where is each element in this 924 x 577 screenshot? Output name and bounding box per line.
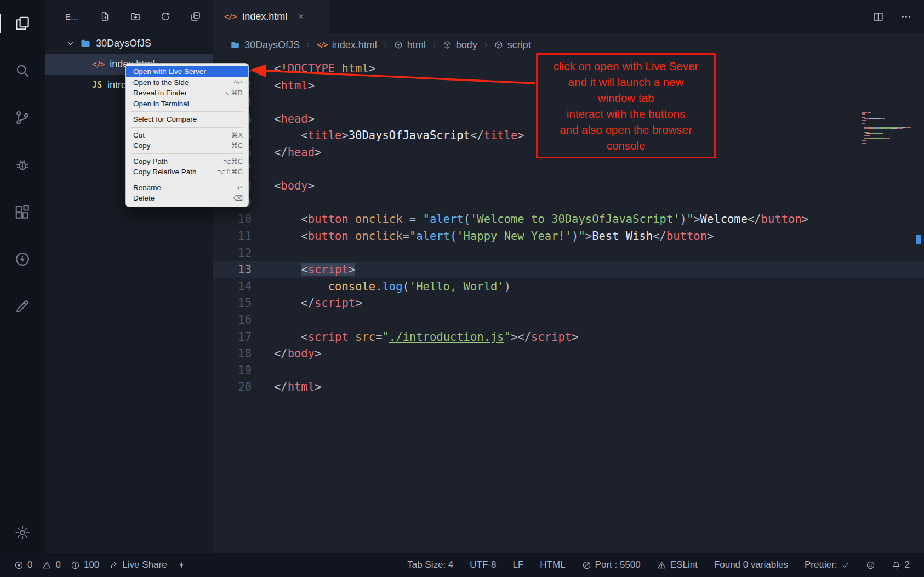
activity-feedback-pen[interactable] (10, 294, 35, 319)
status-eslint[interactable]: ESLint (657, 559, 698, 570)
breadcrumb-item-html[interactable]: html (394, 39, 426, 51)
status-prettier[interactable]: Prettier: (805, 559, 849, 570)
breadcrumb-label: body (456, 39, 477, 51)
warning-triangle-icon (657, 561, 666, 570)
menu-item-rename[interactable]: Rename↩ (126, 182, 248, 193)
status-label: Prettier: (805, 559, 837, 570)
activity-extensions[interactable] (10, 199, 35, 225)
code-line-10[interactable]: 10 <button onclick = "alert('Welcome to … (213, 211, 924, 228)
breadcrumb-item-30daysofjs[interactable]: 30DaysOfJS (230, 39, 300, 51)
status-bar: 00100Live Share Tab Size: 4UTF-8LFHTMLPo… (0, 553, 924, 577)
code-text (252, 94, 274, 111)
status-label: HTML (540, 559, 565, 570)
menu-item-delete[interactable]: Delete⌫ (126, 193, 248, 204)
menu-item-reveal-in-finder[interactable]: Reveal in Finder⌥⌘R (126, 88, 248, 99)
html-file-icon: </> (92, 60, 104, 68)
code-text: <button onclick="alert('Happy New Year!'… (252, 228, 714, 245)
status-errors[interactable]: 0 (14, 559, 32, 570)
menu-item-copy-path[interactable]: Copy Path⌥⌘C (126, 156, 248, 167)
code-line-15[interactable]: 15 </script> (213, 295, 924, 312)
breadcrumb-item-script[interactable]: script (494, 39, 531, 51)
menu-item-copy[interactable]: Copy⌘C (126, 140, 248, 151)
menu-item-select-for-compare[interactable]: Select for Compare (126, 114, 248, 125)
status-found-variables[interactable]: Found 0 variables (714, 559, 788, 570)
menu-item-copy-relative-path[interactable]: Copy Relative Path⌥⇧⌘C (126, 167, 248, 178)
status-warnings[interactable]: 0 (42, 559, 60, 570)
refresh-icon[interactable] (160, 11, 171, 22)
code-text: <body> (252, 178, 315, 195)
status-info[interactable]: 100 (71, 559, 99, 570)
code-line-20[interactable]: 20</html> (213, 379, 924, 396)
close-tab-icon[interactable] (296, 12, 305, 21)
status-notifications[interactable]: 2 (892, 559, 910, 570)
code-line-16[interactable]: 16 (213, 312, 924, 329)
status-live-server-port[interactable]: Port : 5500 (582, 559, 641, 570)
line-number: 17 (213, 329, 252, 346)
breadcrumb-item-body[interactable]: body (443, 39, 477, 51)
menu-item-label: Open to the Side (133, 78, 189, 87)
status-live-share[interactable]: Live Share (109, 559, 167, 570)
menu-shortcut: ⌥⌘R (223, 89, 243, 97)
code-line-14[interactable]: 14 console.log('Hello, World') (213, 278, 924, 295)
code-line-7[interactable]: 7 (213, 161, 924, 178)
code-text: <head> (252, 111, 315, 128)
status-encoding[interactable]: UTF-8 (470, 559, 496, 570)
status-tab-size[interactable]: Tab Size: 4 (407, 559, 453, 570)
code-line-19[interactable]: 19 (213, 362, 924, 379)
error-circle-icon (14, 561, 24, 570)
chevron-right-icon (305, 42, 312, 49)
smiley-icon (866, 561, 875, 570)
tab-index-html[interactable]: </> index.html (213, 0, 329, 33)
menu-item-open-to-the-side[interactable]: Open to the Side^↩ (126, 77, 248, 88)
activity-source-control[interactable] (10, 105, 35, 130)
breadcrumb-label: html (407, 39, 426, 51)
code-line-8[interactable]: 8<body> (213, 178, 924, 195)
code-line-11[interactable]: 11 <button onclick="alert('Happy New Yea… (213, 228, 924, 245)
line-number: 20 (213, 379, 252, 396)
menu-item-cut[interactable]: Cut⌘X (126, 130, 248, 141)
source-control-icon (14, 110, 31, 126)
live-share-icon (109, 561, 118, 570)
new-file-icon[interactable] (100, 11, 111, 22)
menu-item-open-with-live-server[interactable]: Open with Live Server (126, 66, 248, 77)
code-line-12[interactable]: 12 (213, 245, 924, 262)
status-language-mode[interactable]: HTML (540, 559, 565, 570)
activity-explorer[interactable] (10, 11, 35, 36)
code-text (252, 161, 274, 178)
thunder-icon (14, 251, 31, 267)
line-number: 12 (213, 245, 252, 262)
editor-more-actions[interactable] (900, 11, 912, 22)
code-text: <script src="./introduction.js"></script… (252, 329, 578, 346)
symbol-cube-icon (494, 41, 503, 49)
bolt-icon (177, 561, 186, 570)
code-line-18[interactable]: 18</body> (213, 345, 924, 362)
code-line-17[interactable]: 17 <script src="./introduction.js"></scr… (213, 329, 924, 346)
status-quick-action[interactable] (177, 561, 186, 570)
line-number: 18 (213, 345, 252, 362)
code-line-9[interactable]: 9 (213, 195, 924, 212)
minimap[interactable] (862, 112, 912, 145)
activity-thunder-client[interactable] (10, 247, 35, 272)
status-eol[interactable]: LF (512, 559, 523, 570)
line-number: 13 (213, 261, 252, 278)
sidebar-title: E... (65, 12, 78, 21)
status-feedback-smiley[interactable] (866, 561, 875, 570)
menu-item-label: Select for Compare (133, 115, 197, 123)
tab-bar: </> index.html (213, 0, 924, 33)
bell-icon (892, 561, 901, 570)
activity-run-debug[interactable] (10, 152, 35, 178)
new-folder-icon[interactable] (130, 11, 141, 22)
split-editor[interactable] (872, 11, 884, 22)
collapse-all-icon[interactable] (190, 11, 201, 22)
menu-item-label: Copy Path (133, 157, 168, 165)
code-text: <button onclick = "alert('Welcome to 30D… (252, 211, 808, 228)
tree-folder-30daysofjs[interactable]: 30DaysOfJS (45, 33, 213, 54)
activity-settings[interactable] (10, 520, 35, 545)
menu-item-label: Copy (133, 141, 151, 150)
menu-shortcut: ⌥⇧⌘C (218, 168, 243, 176)
code-line-13[interactable]: 13 <script> (213, 261, 924, 278)
activity-search[interactable] (10, 58, 35, 83)
status-label: 2 (905, 559, 910, 570)
menu-item-open-in-terminal[interactable]: Open in Terminal (126, 99, 248, 110)
breadcrumb-item-index-html[interactable]: </>index.html (317, 39, 377, 51)
